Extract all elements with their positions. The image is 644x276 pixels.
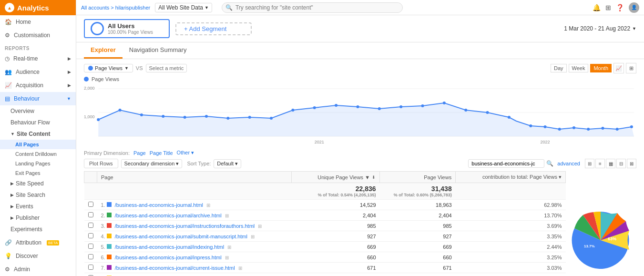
row-checkbox[interactable] bbox=[88, 254, 93, 259]
unique-page-views-header[interactable]: Unique Page Views ▼ ⬇ bbox=[292, 172, 380, 183]
chart-area: Page Views ▼ VS Select a metric Day Week… bbox=[76, 59, 644, 148]
svg-point-26 bbox=[529, 124, 532, 127]
sidebar-item-site-speed[interactable]: ▶ Site Speed bbox=[0, 178, 76, 189]
contribution-cell: 3.03% bbox=[456, 263, 566, 273]
page-detail-icon[interactable]: ⊞ bbox=[227, 245, 231, 250]
sidebar-item-events[interactable]: ▶ Events bbox=[0, 201, 76, 212]
segment-bar: All Users 100.00% Page Views + Add Segme… bbox=[76, 15, 644, 42]
table-search-input[interactable] bbox=[468, 159, 544, 168]
sidebar-item-audience[interactable]: 👥 Audience ▶ bbox=[0, 65, 76, 79]
row-checkbox[interactable] bbox=[88, 212, 93, 217]
tab-navigation-summary[interactable]: Navigation Summary bbox=[123, 42, 194, 59]
help-icon[interactable]: ❓ bbox=[616, 4, 624, 11]
app-title: Analytics bbox=[17, 4, 49, 12]
sidebar-item-customisation[interactable]: ⚙ Customisation bbox=[0, 29, 76, 42]
page-link[interactable]: /business-and-economics-journal/indexing… bbox=[115, 244, 224, 250]
pivot-view-btn[interactable]: ⊟ bbox=[616, 159, 626, 168]
sort-type-select[interactable]: Default ▾ bbox=[214, 159, 241, 168]
page-link[interactable]: /business-and-economics-journal/submit-m… bbox=[115, 234, 247, 239]
grid-icon[interactable]: ⊞ bbox=[605, 4, 611, 11]
contribution-header[interactable]: contribution to total: Page Views ▾ bbox=[456, 172, 566, 183]
search-input[interactable] bbox=[222, 2, 403, 13]
sidebar-item-overview[interactable]: Overview bbox=[0, 105, 76, 117]
plot-rows-button[interactable]: Plot Rows bbox=[84, 159, 118, 168]
dim-other-link[interactable]: Other ▾ bbox=[177, 150, 194, 156]
sidebar-item-home[interactable]: 🏠 Home bbox=[0, 15, 76, 29]
secondary-dimension-select[interactable]: Secondary dimension ▾ bbox=[121, 159, 183, 168]
sidebar-item-experiments[interactable]: Experiments bbox=[0, 224, 76, 235]
add-segment-button[interactable]: + Add Segment bbox=[175, 22, 252, 35]
sidebar-item-exit-pages[interactable]: Exit Pages bbox=[0, 168, 76, 178]
date-range-display[interactable]: 1 Mar 2020 - 21 Aug 2022 ▼ bbox=[564, 25, 636, 32]
compare-view-btn[interactable]: ⊠ bbox=[627, 159, 636, 168]
totals-row: 22,836 % of Total: 0.54% (4,205,135) 31,… bbox=[84, 183, 566, 200]
segment-circle-icon bbox=[91, 22, 104, 35]
sidebar-item-discover[interactable]: 💡 Discover bbox=[0, 249, 76, 263]
contribution-cell: 62.98% bbox=[456, 200, 566, 210]
dim-page-title-link[interactable]: Page Title bbox=[150, 150, 173, 156]
table-header-row: Page Unique Page Views ▼ ⬇ Page Views bbox=[84, 172, 566, 183]
page-detail-icon[interactable]: ⊞ bbox=[258, 224, 262, 229]
svg-point-16 bbox=[313, 106, 316, 109]
tab-explorer[interactable]: Explorer bbox=[84, 42, 123, 59]
pie-chart-container: 13.7% 63% bbox=[570, 171, 636, 276]
sidebar-item-behaviour-flow[interactable]: Behaviour Flow bbox=[0, 117, 76, 128]
page-detail-icon[interactable]: ⊞ bbox=[206, 203, 210, 208]
grid-view-btn[interactable]: ⊞ bbox=[585, 159, 594, 168]
data-table-wrapper: Page Unique Page Views ▼ ⬇ Page Views bbox=[84, 171, 636, 276]
row-checkbox[interactable] bbox=[88, 265, 93, 270]
row-checkbox[interactable] bbox=[88, 244, 93, 249]
table-search-icon[interactable]: 🔍 bbox=[546, 160, 553, 167]
sidebar-item-content-drilldown[interactable]: Content Drilldown bbox=[0, 149, 76, 159]
row-checkbox[interactable] bbox=[88, 223, 93, 228]
sort-icon: ⬇ bbox=[372, 175, 376, 180]
page-header[interactable]: Page bbox=[97, 172, 292, 183]
page-detail-icon[interactable]: ⊞ bbox=[225, 213, 229, 218]
search-container: 🔍 bbox=[222, 2, 403, 13]
unique-page-views-cell: 14,529 bbox=[292, 200, 380, 210]
page-detail-icon[interactable]: ⊞ bbox=[225, 255, 229, 260]
row-checkbox[interactable] bbox=[88, 202, 93, 207]
sidebar-item-publisher[interactable]: ▶ Publisher bbox=[0, 212, 76, 224]
svg-point-14 bbox=[270, 117, 273, 120]
notifications-icon[interactable]: 🔔 bbox=[593, 4, 601, 11]
page-detail-icon[interactable]: ⊞ bbox=[251, 234, 255, 239]
sidebar-item-site-search[interactable]: ▶ Site Search bbox=[0, 189, 76, 201]
user-avatar[interactable]: 👤 bbox=[629, 2, 639, 13]
line-chart-icon[interactable]: 📈 bbox=[613, 63, 624, 73]
sidebar-item-acquisition[interactable]: 📈 Acquisition ▶ bbox=[0, 79, 76, 92]
svg-point-32 bbox=[616, 128, 619, 131]
page-link[interactable]: /business-and-economics-journal/inpress.… bbox=[115, 255, 222, 260]
advanced-link[interactable]: advanced bbox=[557, 161, 580, 166]
chart-visualization: 2,000 1,000 bbox=[84, 84, 636, 146]
sidebar-item-all-pages[interactable]: All Pages bbox=[0, 140, 76, 149]
row-checkbox[interactable] bbox=[88, 233, 93, 238]
events-expand-icon: ▶ bbox=[10, 204, 14, 209]
time-btn-week[interactable]: Week bbox=[569, 64, 589, 72]
topbar: All accounts > hilarispublisher All Web … bbox=[76, 0, 644, 15]
page-link[interactable]: /business-and-economics-journal/current-… bbox=[115, 265, 235, 271]
dim-page-link[interactable]: Page bbox=[133, 150, 146, 156]
page-link[interactable]: /business-and-economics-journal/archive.… bbox=[115, 213, 222, 218]
metric-pill[interactable]: Page Views ▼ bbox=[84, 64, 133, 72]
sidebar-item-realtime[interactable]: ◷ Real-time ▶ bbox=[0, 52, 76, 65]
sidebar-item-attribution[interactable]: 🔗 Attribution BETA bbox=[0, 236, 76, 249]
select-metric-button[interactable]: Select a metric bbox=[146, 64, 187, 72]
sidebar: ▲ Analytics 🏠 Home ⚙ Customisation REPOR… bbox=[0, 0, 76, 276]
bar-chart-icon[interactable]: ⊞ bbox=[626, 63, 636, 73]
property-selector[interactable]: All Web Site Data ▼ bbox=[155, 3, 212, 12]
sidebar-item-admin[interactable]: ⚙ Admin bbox=[0, 263, 76, 276]
page-views-header[interactable]: Page Views bbox=[380, 172, 456, 183]
page-detail-icon[interactable]: ⊞ bbox=[238, 266, 242, 271]
time-btn-day[interactable]: Day bbox=[551, 64, 567, 72]
sidebar-item-site-content[interactable]: ▼ Site Content bbox=[0, 128, 76, 140]
audience-expand-icon: ▶ bbox=[68, 70, 71, 74]
time-btn-month[interactable]: Month bbox=[590, 64, 612, 72]
sidebar-item-landing-pages[interactable]: Landing Pages bbox=[0, 159, 76, 168]
sidebar-item-behaviour[interactable]: ▤ Behaviour ▼ bbox=[0, 92, 76, 105]
all-users-segment[interactable]: All Users 100.00% Page Views bbox=[84, 19, 170, 38]
page-link[interactable]: /business-and-economics-journal/instruct… bbox=[115, 223, 255, 229]
bar-view-btn[interactable]: ▦ bbox=[606, 159, 615, 168]
list-view-btn[interactable]: ≡ bbox=[595, 159, 605, 168]
page-link[interactable]: /business-and-economics-journal.html bbox=[115, 202, 203, 208]
